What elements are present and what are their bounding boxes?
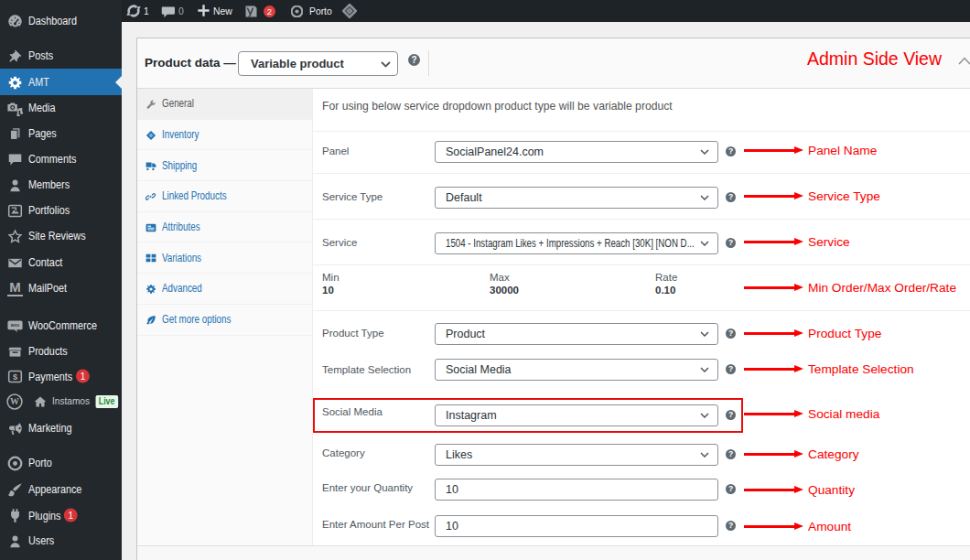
svg-text:W: W [10,396,19,406]
svg-text:woo: woo [10,323,19,328]
svg-text:$: $ [13,372,18,382]
